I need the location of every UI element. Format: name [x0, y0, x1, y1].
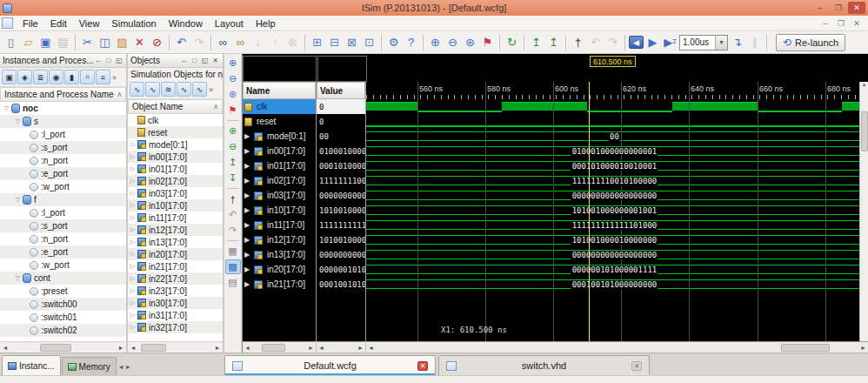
object-expander-icon[interactable]: ▷ [128, 239, 137, 245]
tree-item-f[interactable]: ▽f [0, 193, 126, 206]
run-all-icon[interactable]: ▶ [644, 34, 661, 51]
wave-bus-expander-icon[interactable]: ▶ [244, 280, 252, 288]
tab-close-icon[interactable]: ✕ [417, 361, 428, 371]
wrench-icon[interactable]: ⚙ [385, 34, 402, 51]
wave-zoom-full-icon[interactable]: ⊛ [225, 87, 241, 102]
prev-transition-icon[interactable]: ↶ [587, 34, 604, 51]
wave-name-in11170[interactable]: ▶in11[17:0] [243, 218, 316, 232]
close-button[interactable]: ✕ [848, 2, 865, 14]
tree-item-switch02[interactable]: :switch02 [0, 324, 126, 337]
object-item-in01170[interactable]: ▷in01[17:0] [128, 163, 223, 175]
menu-edit[interactable]: Edit [44, 17, 73, 30]
waveform-in01170[interactable]: 000101000010010001 [366, 158, 859, 173]
object-item-in13170[interactable]: ▷in13[17:0] [128, 236, 223, 248]
name-column-header[interactable]: Name [243, 82, 316, 99]
instances-scroll-up-icon[interactable]: ∧ [117, 91, 122, 98]
scroll-right-icon[interactable]: ► [306, 345, 316, 351]
wave-bus-expander-icon[interactable]: ▶ [244, 206, 252, 214]
waveform-in10170[interactable]: 101001000000001001 [366, 203, 859, 218]
objects-toolbar-button-1[interactable]: ∿ [145, 82, 160, 97]
tree-item-sport[interactable]: :s_port [0, 141, 126, 154]
wave-name-in03170[interactable]: ▶in03[17:0] [243, 188, 316, 203]
cursor-time-label[interactable]: 610.500 ns [590, 56, 636, 67]
object-expander-icon[interactable]: ▷ [128, 251, 137, 258]
object-expander-icon[interactable]: ▷ [128, 299, 137, 306]
new-document-icon[interactable]: ▯ [3, 34, 19, 51]
object-item-reset[interactable]: reset [128, 126, 223, 138]
object-expander-icon[interactable]: ▷ [128, 190, 137, 197]
wave-bus-expander-icon[interactable]: ▶ [244, 132, 252, 140]
instances-toolbar-button-3[interactable]: ◉ [49, 70, 63, 84]
tree-item-lport[interactable]: :l_port [0, 128, 126, 141]
wave-zoom-cursor-icon[interactable]: ⚑ [225, 103, 241, 118]
instances-panel-dock-icon[interactable]: ◱ [115, 57, 124, 64]
waveform-in03170[interactable]: 000000000000000000 [366, 188, 859, 203]
run-time-value[interactable]: 1.00us [680, 37, 715, 47]
wave-bus-expander-icon[interactable]: ▶ [244, 221, 252, 229]
step-icon[interactable]: ↴ [729, 34, 745, 51]
tab-scroll-spinner[interactable]: ◄► [118, 358, 131, 375]
undo-icon[interactable]: ↶ [173, 34, 190, 51]
wave-name-in21170[interactable]: ▶in21[17:0] [243, 277, 316, 292]
scroll-left-icon[interactable]: ◄ [0, 345, 10, 351]
scroll-left-icon[interactable]: ◄ [317, 345, 326, 351]
wave-bus-expander-icon[interactable]: ▶ [244, 147, 252, 155]
tree-item-eport[interactable]: :e_port [0, 167, 126, 180]
mdi-close-button[interactable]: ✕ [851, 19, 863, 28]
waveform-in02170[interactable]: 111111110010100000 [366, 173, 859, 188]
wave-canvas[interactable]: 0001000100000000000100010100001001000111… [366, 82, 859, 341]
tree-expander-icon[interactable]: ▽ [13, 275, 23, 282]
wave-bus-expander-icon[interactable]: ▶ [244, 236, 252, 244]
tree-expander-icon[interactable]: ▽ [13, 197, 23, 204]
tree-item-wport[interactable]: :w_port [0, 180, 126, 193]
object-expander-icon[interactable]: ▷ [128, 178, 137, 185]
instances-toolbar-button-2[interactable]: ≣ [33, 70, 48, 84]
next-transition-icon[interactable]: ↷ [604, 34, 621, 51]
object-expander-icon[interactable]: ▷ [128, 312, 137, 319]
scroll-right-icon[interactable]: ► [125, 364, 131, 370]
open-icon[interactable]: ▱ [20, 34, 37, 51]
object-expander-icon[interactable]: ▷ [128, 141, 137, 148]
wave-bus-expander-icon[interactable]: ▶ [244, 265, 252, 273]
objects-toolbar-more-icon[interactable]: » [209, 85, 213, 94]
object-expander-icon[interactable]: ▷ [128, 324, 137, 331]
waveform-reset[interactable] [366, 114, 859, 129]
instances-toolbar-more-icon[interactable]: » [112, 73, 117, 82]
waveform-in13170[interactable]: 000000000000000000 [366, 247, 859, 262]
tree-item-noc[interactable]: ▽noc [0, 102, 126, 115]
tree-item-eport[interactable]: :e_port [0, 245, 126, 259]
waveform-in00170[interactable]: 010001000000000001 [366, 144, 859, 158]
wave-add-marker-icon[interactable]: ⊕ [225, 124, 241, 138]
object-item-in32170[interactable]: ▷in32[17:0] [128, 321, 223, 333]
copy-icon[interactable]: ◫ [97, 34, 113, 51]
menu-simulation[interactable]: Simulation [105, 17, 162, 30]
wave-goto-start-icon[interactable]: ↥ [225, 155, 241, 170]
object-item-in00170[interactable]: ▷in00[17:0] [128, 151, 223, 163]
object-item-in23170[interactable]: ▷in23[17:0] [128, 285, 223, 297]
paste-icon[interactable]: ▨ [114, 34, 130, 51]
mdi-restore-button[interactable]: ❐ [835, 19, 847, 28]
tree-item-cont[interactable]: ▽cont [0, 272, 126, 285]
minimize-button[interactable]: – [811, 2, 829, 14]
waveform-in12170[interactable]: 101001000010000000 [366, 232, 859, 247]
object-item-mode01[interactable]: ▷mode[0:1] [128, 138, 223, 151]
objects-toolbar-button-3[interactable]: ∿ [177, 82, 191, 97]
waveform-in21170[interactable]: 000100101000000000 [366, 277, 859, 292]
objects-toolbar-button-2[interactable]: ≋ [161, 82, 176, 97]
tab-close-icon[interactable]: ✕ [631, 361, 642, 371]
instances-toolbar-button-5[interactable]: ⌗ [80, 70, 95, 84]
tree-item-nport[interactable]: :n_port [0, 154, 126, 167]
waveform-clk[interactable] [366, 99, 859, 114]
wave-bus-expander-icon[interactable]: ▶ [244, 177, 252, 185]
zoom-out-icon[interactable]: ⊖ [444, 34, 461, 51]
menu-window[interactable]: Window [163, 17, 209, 30]
tree-expander-icon[interactable]: ▽ [13, 118, 23, 125]
wave-zoom-out-icon[interactable]: ⊖ [225, 71, 241, 86]
wave-hscrollbars[interactable]: ◄ ► ◄ ► ◄ ► [243, 341, 868, 353]
object-item-in21170[interactable]: ▷in21[17:0] [128, 260, 223, 272]
time-cursor[interactable] [589, 82, 590, 341]
wave-name-in02170[interactable]: ▶in02[17:0] [243, 173, 316, 188]
object-expander-icon[interactable]: ▷ [128, 214, 137, 221]
find-next-icon[interactable]: ↓ [250, 34, 266, 51]
abort-icon[interactable]: ⊘ [149, 34, 165, 51]
